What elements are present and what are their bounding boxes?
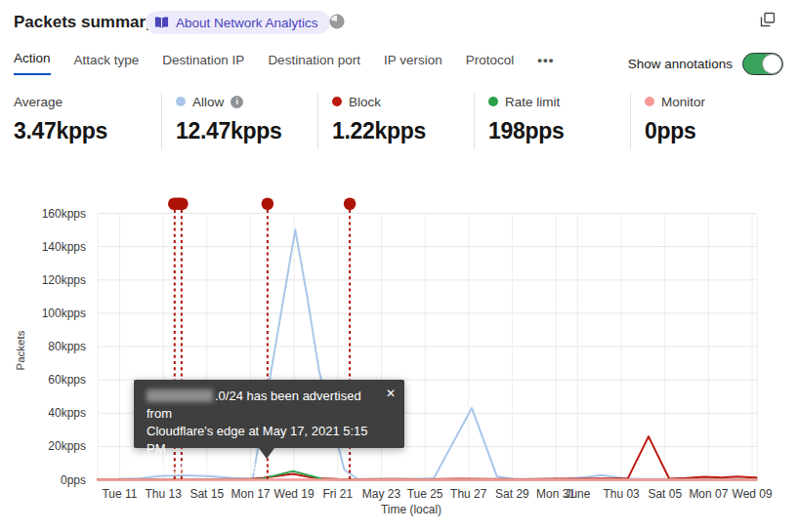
stat-value: 0pps	[645, 118, 791, 144]
legend-dot	[176, 97, 186, 106]
x-tick-label: Mon 07	[689, 487, 728, 501]
stat-monitor: Monitor0pps	[645, 93, 791, 144]
stat-label: Monitor	[661, 95, 705, 109]
stat-value: 1.22kpps	[332, 118, 479, 144]
x-tick-label: Fri 21	[322, 487, 353, 501]
toggle-knob	[762, 54, 782, 74]
x-tick-label: Thu 13	[146, 487, 183, 501]
stat-label: Allow	[192, 95, 224, 109]
annotation-marker-dot[interactable]	[344, 197, 357, 210]
x-tick-label: May 23	[362, 487, 401, 501]
x-tick-label: June	[565, 487, 590, 501]
stat-label: Rate limit	[505, 95, 560, 109]
x-axis-title: Time (local)	[381, 503, 441, 516]
legend-dot	[332, 97, 342, 106]
tab-row: ActionAttack typeDestination IPDestinati…	[14, 51, 783, 80]
stat-rate-limit: Rate limit198pps	[488, 93, 635, 144]
pie-icon[interactable]	[329, 14, 345, 29]
packets-summary-card: Packets summary About Network Analytics …	[0, 0, 797, 532]
y-tick-label: 60kpps	[48, 373, 86, 387]
show-annotations-control: Show annotations	[628, 53, 783, 75]
book-icon	[154, 17, 169, 29]
stat-label: Average	[14, 95, 63, 109]
annotation-marker-dot[interactable]	[262, 197, 274, 210]
tab-destination-ip[interactable]: Destination IP	[162, 53, 244, 75]
x-tick-label: Tue 25	[407, 487, 443, 501]
view-ip-prefixes-link[interactable]: View your IP prefixes	[147, 459, 266, 473]
card-header: Packets summary About Network Analytics	[0, 0, 797, 43]
show-annotations-toggle[interactable]	[742, 53, 783, 75]
stat-block: Block1.22kpps	[332, 93, 479, 144]
stat-value: 12.47kpps	[176, 118, 322, 144]
tab-attack-type[interactable]: Attack type	[74, 53, 140, 75]
legend-dot	[488, 97, 498, 106]
stat-divider	[474, 93, 475, 149]
y-tick-label: 160kpps	[42, 207, 86, 221]
x-tick-label: Sat 29	[495, 487, 529, 501]
stat-divider	[161, 93, 162, 149]
x-tick-label: Wed 09	[733, 487, 773, 501]
x-tick-label: Wed 19	[274, 487, 315, 501]
x-tick-label: Thu 27	[450, 487, 487, 501]
annotation-tooltip: ✕ .0/24 has been advertised from Cloudfl…	[134, 380, 404, 448]
y-tick-label: 40kpps	[48, 406, 86, 420]
tooltip-line1: .0/24 has been advertised from	[147, 388, 379, 423]
y-axis-title: Packets	[15, 330, 26, 370]
stat-value: 3.47kpps	[14, 118, 160, 144]
x-tick-label: Thu 03	[603, 487, 640, 501]
tab-protocol[interactable]: Protocol	[466, 53, 515, 75]
x-tick-label: Sat 15	[189, 487, 224, 501]
x-tick-label: Sat 05	[648, 487, 682, 501]
show-annotations-label: Show annotations	[628, 57, 733, 71]
stats-row: Average3.47kppsAllowi12.47kppsBlock1.22k…	[0, 93, 797, 161]
pop-out-window-icon[interactable]	[760, 12, 776, 27]
y-tick-label: 100kpps	[42, 307, 86, 320]
tab-destination-port[interactable]: Destination port	[268, 53, 360, 75]
stat-allow: Allowi12.47kpps	[176, 93, 322, 144]
page-title: Packets summary	[14, 13, 155, 32]
y-tick-label: 20kpps	[48, 439, 86, 453]
y-tick-label: 120kpps	[42, 273, 86, 287]
stat-average: Average3.47kpps	[14, 93, 160, 144]
stat-divider	[317, 93, 318, 149]
tooltip-close-icon[interactable]: ✕	[386, 385, 396, 402]
info-icon[interactable]: i	[231, 96, 243, 108]
y-tick-label: 140kpps	[42, 240, 86, 254]
stat-value: 198pps	[488, 118, 635, 144]
tab-action[interactable]: Action	[14, 51, 51, 75]
x-tick-label: Mon 17	[231, 487, 270, 501]
tab-more-menu[interactable]: •••	[537, 53, 554, 75]
chart-area: 0pps20kpps40kpps60kpps80kpps100kpps120kp…	[0, 191, 797, 532]
y-tick-label: 80kpps	[48, 340, 86, 353]
x-tick-label: Tue 11	[102, 487, 137, 501]
stat-divider	[630, 93, 631, 149]
tooltip-caret	[259, 448, 274, 459]
redacted-ip-prefix	[147, 389, 213, 402]
packets-time-series-chart[interactable]: 0pps20kpps40kpps60kpps80kpps100kpps120kp…	[0, 191, 797, 532]
badge-label: About Network Analytics	[176, 16, 318, 30]
y-tick-label: 0pps	[61, 473, 86, 487]
about-network-analytics-badge[interactable]: About Network Analytics	[146, 11, 330, 34]
stat-label: Block	[349, 95, 381, 109]
tab-ip-version[interactable]: IP version	[384, 53, 442, 75]
legend-dot	[645, 97, 654, 106]
annotation-marker-pill[interactable]	[168, 197, 189, 210]
